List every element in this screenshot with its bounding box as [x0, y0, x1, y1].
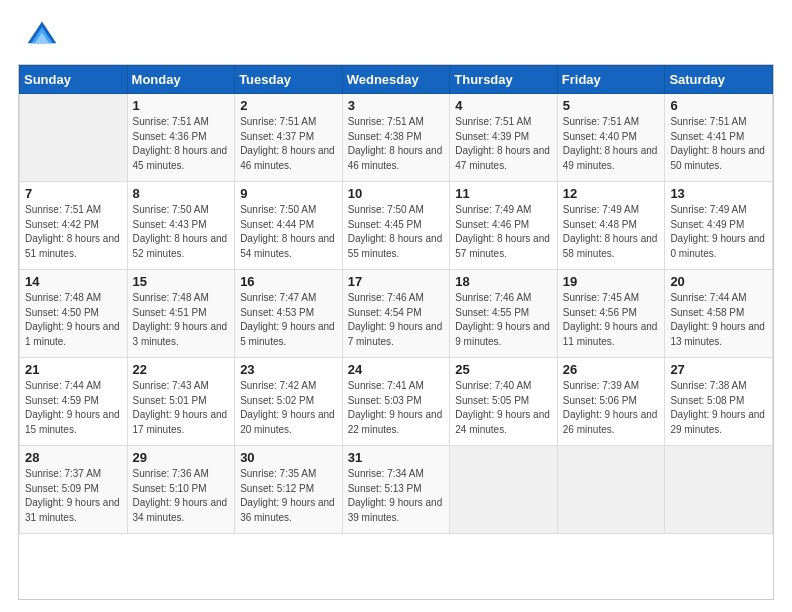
day-info: Sunrise: 7:35 AMSunset: 5:12 PMDaylight:… — [240, 467, 337, 525]
day-number: 8 — [133, 186, 230, 201]
day-info: Sunrise: 7:51 AMSunset: 4:36 PMDaylight:… — [133, 115, 230, 173]
day-number: 27 — [670, 362, 767, 377]
calendar-cell: 13Sunrise: 7:49 AMSunset: 4:49 PMDayligh… — [665, 182, 773, 270]
calendar-cell: 31Sunrise: 7:34 AMSunset: 5:13 PMDayligh… — [342, 446, 450, 534]
day-info: Sunrise: 7:38 AMSunset: 5:08 PMDaylight:… — [670, 379, 767, 437]
day-info: Sunrise: 7:48 AMSunset: 4:51 PMDaylight:… — [133, 291, 230, 349]
day-number: 26 — [563, 362, 660, 377]
weekday-header-friday: Friday — [557, 66, 665, 94]
day-info: Sunrise: 7:46 AMSunset: 4:54 PMDaylight:… — [348, 291, 445, 349]
calendar-cell: 16Sunrise: 7:47 AMSunset: 4:53 PMDayligh… — [235, 270, 343, 358]
calendar-cell: 8Sunrise: 7:50 AMSunset: 4:43 PMDaylight… — [127, 182, 235, 270]
week-row-1: 1Sunrise: 7:51 AMSunset: 4:36 PMDaylight… — [20, 94, 773, 182]
day-number: 30 — [240, 450, 337, 465]
day-info: Sunrise: 7:40 AMSunset: 5:05 PMDaylight:… — [455, 379, 552, 437]
calendar: SundayMondayTuesdayWednesdayThursdayFrid… — [18, 64, 774, 600]
page: SundayMondayTuesdayWednesdayThursdayFrid… — [0, 0, 792, 612]
day-number: 15 — [133, 274, 230, 289]
day-number: 10 — [348, 186, 445, 201]
weekday-header-saturday: Saturday — [665, 66, 773, 94]
calendar-cell: 10Sunrise: 7:50 AMSunset: 4:45 PMDayligh… — [342, 182, 450, 270]
weekday-header-monday: Monday — [127, 66, 235, 94]
day-info: Sunrise: 7:47 AMSunset: 4:53 PMDaylight:… — [240, 291, 337, 349]
calendar-cell — [450, 446, 558, 534]
day-info: Sunrise: 7:49 AMSunset: 4:49 PMDaylight:… — [670, 203, 767, 261]
day-info: Sunrise: 7:44 AMSunset: 4:59 PMDaylight:… — [25, 379, 122, 437]
calendar-cell: 18Sunrise: 7:46 AMSunset: 4:55 PMDayligh… — [450, 270, 558, 358]
day-number: 25 — [455, 362, 552, 377]
day-info: Sunrise: 7:34 AMSunset: 5:13 PMDaylight:… — [348, 467, 445, 525]
day-number: 18 — [455, 274, 552, 289]
calendar-cell: 30Sunrise: 7:35 AMSunset: 5:12 PMDayligh… — [235, 446, 343, 534]
calendar-cell: 11Sunrise: 7:49 AMSunset: 4:46 PMDayligh… — [450, 182, 558, 270]
day-number: 24 — [348, 362, 445, 377]
day-info: Sunrise: 7:51 AMSunset: 4:37 PMDaylight:… — [240, 115, 337, 173]
day-number: 22 — [133, 362, 230, 377]
calendar-cell: 12Sunrise: 7:49 AMSunset: 4:48 PMDayligh… — [557, 182, 665, 270]
calendar-cell: 9Sunrise: 7:50 AMSunset: 4:44 PMDaylight… — [235, 182, 343, 270]
calendar-cell: 7Sunrise: 7:51 AMSunset: 4:42 PMDaylight… — [20, 182, 128, 270]
weekday-header-sunday: Sunday — [20, 66, 128, 94]
calendar-cell — [20, 94, 128, 182]
day-number: 11 — [455, 186, 552, 201]
weekday-header-thursday: Thursday — [450, 66, 558, 94]
day-info: Sunrise: 7:51 AMSunset: 4:42 PMDaylight:… — [25, 203, 122, 261]
calendar-cell: 14Sunrise: 7:48 AMSunset: 4:50 PMDayligh… — [20, 270, 128, 358]
day-number: 13 — [670, 186, 767, 201]
calendar-cell: 15Sunrise: 7:48 AMSunset: 4:51 PMDayligh… — [127, 270, 235, 358]
day-info: Sunrise: 7:44 AMSunset: 4:58 PMDaylight:… — [670, 291, 767, 349]
day-info: Sunrise: 7:49 AMSunset: 4:46 PMDaylight:… — [455, 203, 552, 261]
weekday-header-tuesday: Tuesday — [235, 66, 343, 94]
calendar-cell: 3Sunrise: 7:51 AMSunset: 4:38 PMDaylight… — [342, 94, 450, 182]
day-info: Sunrise: 7:36 AMSunset: 5:10 PMDaylight:… — [133, 467, 230, 525]
day-number: 28 — [25, 450, 122, 465]
logo — [24, 18, 66, 54]
day-info: Sunrise: 7:51 AMSunset: 4:39 PMDaylight:… — [455, 115, 552, 173]
calendar-cell — [665, 446, 773, 534]
day-number: 7 — [25, 186, 122, 201]
calendar-cell: 20Sunrise: 7:44 AMSunset: 4:58 PMDayligh… — [665, 270, 773, 358]
day-info: Sunrise: 7:51 AMSunset: 4:38 PMDaylight:… — [348, 115, 445, 173]
day-number: 21 — [25, 362, 122, 377]
day-number: 5 — [563, 98, 660, 113]
day-number: 3 — [348, 98, 445, 113]
calendar-cell: 5Sunrise: 7:51 AMSunset: 4:40 PMDaylight… — [557, 94, 665, 182]
calendar-cell: 17Sunrise: 7:46 AMSunset: 4:54 PMDayligh… — [342, 270, 450, 358]
day-number: 12 — [563, 186, 660, 201]
week-row-3: 14Sunrise: 7:48 AMSunset: 4:50 PMDayligh… — [20, 270, 773, 358]
calendar-cell: 19Sunrise: 7:45 AMSunset: 4:56 PMDayligh… — [557, 270, 665, 358]
day-info: Sunrise: 7:45 AMSunset: 4:56 PMDaylight:… — [563, 291, 660, 349]
day-info: Sunrise: 7:39 AMSunset: 5:06 PMDaylight:… — [563, 379, 660, 437]
day-info: Sunrise: 7:49 AMSunset: 4:48 PMDaylight:… — [563, 203, 660, 261]
day-number: 19 — [563, 274, 660, 289]
header — [0, 0, 792, 64]
day-number: 23 — [240, 362, 337, 377]
weekday-header-wednesday: Wednesday — [342, 66, 450, 94]
day-number: 14 — [25, 274, 122, 289]
calendar-cell: 27Sunrise: 7:38 AMSunset: 5:08 PMDayligh… — [665, 358, 773, 446]
calendar-cell: 21Sunrise: 7:44 AMSunset: 4:59 PMDayligh… — [20, 358, 128, 446]
day-number: 6 — [670, 98, 767, 113]
day-info: Sunrise: 7:46 AMSunset: 4:55 PMDaylight:… — [455, 291, 552, 349]
calendar-header: SundayMondayTuesdayWednesdayThursdayFrid… — [20, 66, 773, 94]
day-number: 4 — [455, 98, 552, 113]
calendar-cell: 23Sunrise: 7:42 AMSunset: 5:02 PMDayligh… — [235, 358, 343, 446]
day-info: Sunrise: 7:41 AMSunset: 5:03 PMDaylight:… — [348, 379, 445, 437]
calendar-cell: 2Sunrise: 7:51 AMSunset: 4:37 PMDaylight… — [235, 94, 343, 182]
week-row-5: 28Sunrise: 7:37 AMSunset: 5:09 PMDayligh… — [20, 446, 773, 534]
calendar-cell — [557, 446, 665, 534]
day-number: 17 — [348, 274, 445, 289]
day-number: 31 — [348, 450, 445, 465]
day-info: Sunrise: 7:51 AMSunset: 4:41 PMDaylight:… — [670, 115, 767, 173]
week-row-2: 7Sunrise: 7:51 AMSunset: 4:42 PMDaylight… — [20, 182, 773, 270]
calendar-cell: 26Sunrise: 7:39 AMSunset: 5:06 PMDayligh… — [557, 358, 665, 446]
calendar-cell: 24Sunrise: 7:41 AMSunset: 5:03 PMDayligh… — [342, 358, 450, 446]
day-number: 16 — [240, 274, 337, 289]
calendar-cell: 29Sunrise: 7:36 AMSunset: 5:10 PMDayligh… — [127, 446, 235, 534]
day-info: Sunrise: 7:42 AMSunset: 5:02 PMDaylight:… — [240, 379, 337, 437]
day-info: Sunrise: 7:43 AMSunset: 5:01 PMDaylight:… — [133, 379, 230, 437]
day-info: Sunrise: 7:50 AMSunset: 4:43 PMDaylight:… — [133, 203, 230, 261]
day-number: 20 — [670, 274, 767, 289]
calendar-cell: 4Sunrise: 7:51 AMSunset: 4:39 PMDaylight… — [450, 94, 558, 182]
day-info: Sunrise: 7:37 AMSunset: 5:09 PMDaylight:… — [25, 467, 122, 525]
